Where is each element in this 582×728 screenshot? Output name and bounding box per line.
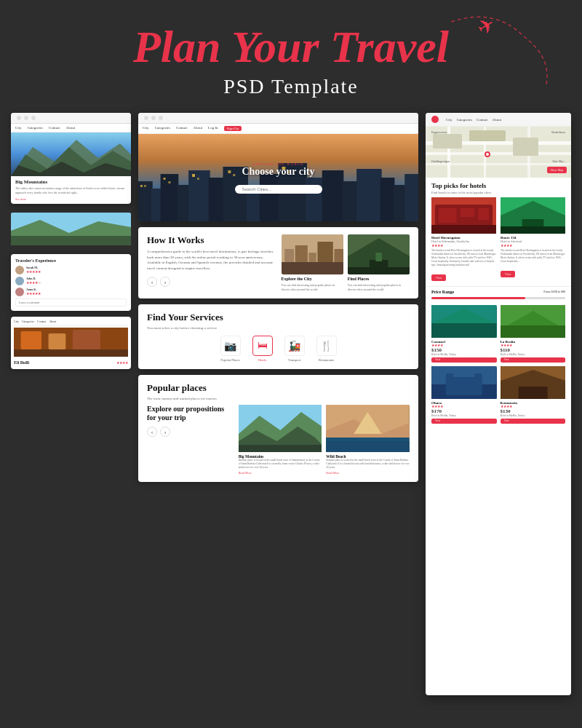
services-icons-row: 📷 Popular Places 🛏 Hotels 🚂 Transport 🍴 … (147, 336, 410, 362)
nav-contact[interactable]: Contact (49, 126, 60, 130)
cnav-city[interactable]: City (143, 126, 149, 131)
svg-rect-33 (168, 181, 170, 183)
c-dot2 (151, 116, 156, 120)
svg-rect-36 (228, 170, 231, 173)
service-hotels[interactable]: 🛏 Hotels (252, 336, 273, 362)
svg-rect-50 (375, 253, 382, 261)
comment-input[interactable]: Leave a comment (15, 298, 127, 306)
price-slider[interactable] (431, 297, 565, 299)
hnav-contact[interactable]: Contact (477, 118, 488, 122)
svg-rect-27 (380, 178, 395, 221)
grid-img-3 (431, 366, 497, 399)
restaurants-icon: 🍴 (316, 336, 337, 356)
review-item-3: Anna K. ★★★★★ (15, 288, 127, 296)
grid-loc-4: Hotel in Medlin, Turkey (501, 414, 566, 417)
nav-city[interactable]: City (15, 126, 22, 130)
show-map-btn[interactable]: Show Map (547, 167, 567, 173)
svg-rect-11 (14, 349, 128, 357)
services-subtitle: You must select a city before choosing a… (147, 326, 410, 330)
grid-price-1: $150 (431, 347, 497, 353)
grid-img-1 (431, 305, 497, 338)
avatar-2 (15, 277, 24, 285)
c-dot3 (159, 116, 163, 120)
svg-rect-69 (469, 130, 506, 141)
browser-bar-left (11, 113, 131, 124)
dot3 (31, 116, 36, 120)
grid-view-4[interactable]: View (501, 419, 566, 424)
pop-prev-arrow[interactable]: ‹ (147, 427, 157, 437)
places-img (348, 234, 410, 274)
svg-rect-34 (192, 174, 195, 177)
service-restaurants[interactable]: 🍴 Restaurants (316, 336, 337, 362)
svg-rect-59 (326, 441, 410, 452)
price-range-text: From $100 to $00 (543, 290, 565, 293)
how-works-images: Explore the City You can find interestin… (282, 234, 410, 291)
how-card-1: Explore the City You can find interestin… (282, 234, 343, 291)
page-header: Plan Your Travel PSD Template (0, 0, 582, 113)
svg-rect-76 (461, 208, 475, 217)
svg-rect-6 (11, 236, 131, 245)
cnav-login[interactable]: Log In (208, 126, 218, 131)
read-more-1[interactable]: Read More (239, 471, 322, 475)
grid-price-2: $110 (501, 347, 566, 353)
see-more-link[interactable]: See more (11, 197, 131, 204)
hotel2-view-btn[interactable]: View (501, 271, 515, 277)
hotel-panel: City Categories Contact About (426, 113, 571, 695)
nav-about[interactable]: About (66, 126, 76, 130)
svg-rect-29 (404, 174, 418, 221)
hotel-section-title: Top picks for hotels (426, 178, 571, 191)
hotel1-img (431, 197, 496, 234)
hotel1-view-btn[interactable]: View (431, 274, 446, 281)
pop-next-arrow[interactable]: › (160, 427, 170, 437)
svg-rect-68 (433, 134, 462, 149)
next-arrow[interactable]: › (160, 277, 170, 287)
avatar-3 (15, 288, 24, 296)
nav-item-about[interactable]: About (49, 320, 56, 323)
hero-section: EXPLORE THE WORLD Choose your city (138, 134, 418, 221)
svg-rect-46 (282, 262, 343, 274)
svg-rect-17 (188, 170, 210, 221)
cnav-contact[interactable]: Contact (176, 126, 188, 131)
hnav-categories[interactable]: Categories (457, 118, 472, 122)
svg-rect-9 (49, 333, 66, 349)
cnav-categories[interactable]: Categories (155, 126, 170, 131)
center-column: City Categories Contact About Log In Sig… (138, 113, 418, 695)
hotel-section-subtitle: Find hotels in some of the most popular … (426, 191, 571, 197)
traveler-section: Traveler's Experience Sarah M. ★★★★★ Joh… (11, 254, 131, 311)
center-browser-bar (138, 113, 418, 124)
restaurant-image (14, 328, 128, 357)
hotel2-stars: ★★★★ (501, 243, 565, 248)
cnav-about[interactable]: About (194, 126, 203, 131)
review-content-1: Sarah M. ★★★★★ (26, 266, 41, 274)
how-card-2-title: Find Places (348, 277, 410, 281)
nav-item-city[interactable]: City (14, 320, 19, 323)
hotels-icon: 🛏 (252, 336, 273, 356)
grid-view-2[interactable]: View (501, 357, 566, 363)
content-area: City Categories Contact About (0, 113, 582, 695)
review-item-2: John D. ★★★★☆ (15, 277, 127, 285)
hnav-city[interactable]: City (446, 118, 453, 122)
transport-icon: 🚂 (284, 336, 305, 356)
svg-rect-30 (140, 185, 143, 187)
grid-view-1[interactable]: View (431, 357, 497, 363)
hotel-panel-nav: City Categories Contact About (426, 113, 571, 127)
map-label-3: Huddingevägen (431, 159, 450, 163)
popular-row: Explore our propositions for your trip ‹… (147, 405, 410, 475)
grid-view-3[interactable]: View (431, 419, 497, 424)
popular-subtitle: The most famous and wanted places for to… (147, 397, 410, 400)
nav-categories[interactable]: Categories (28, 126, 43, 130)
prev-arrow[interactable]: ‹ (147, 277, 157, 287)
read-more-2[interactable]: Read More (326, 471, 410, 475)
city-search-input[interactable] (235, 185, 322, 194)
service-transport[interactable]: 🚂 Transport (284, 336, 305, 362)
hotel-card-1: Hotel Hormsgatan Hotel in Södermalm, Sto… (431, 197, 496, 281)
mountain-image (11, 132, 131, 176)
service-popular[interactable]: 📷 Popular Places (220, 336, 241, 362)
nav-item-categories[interactable]: Categories (22, 320, 34, 323)
map-label-2: Skarholmen (551, 130, 565, 134)
map-label-4: Skär Mar... (552, 159, 565, 163)
svg-rect-95 (518, 387, 547, 399)
cnav-signup[interactable]: Sign Up (224, 126, 242, 131)
nav-item-contact[interactable]: Contact (37, 320, 46, 323)
hnav-about[interactable]: About (493, 118, 502, 122)
